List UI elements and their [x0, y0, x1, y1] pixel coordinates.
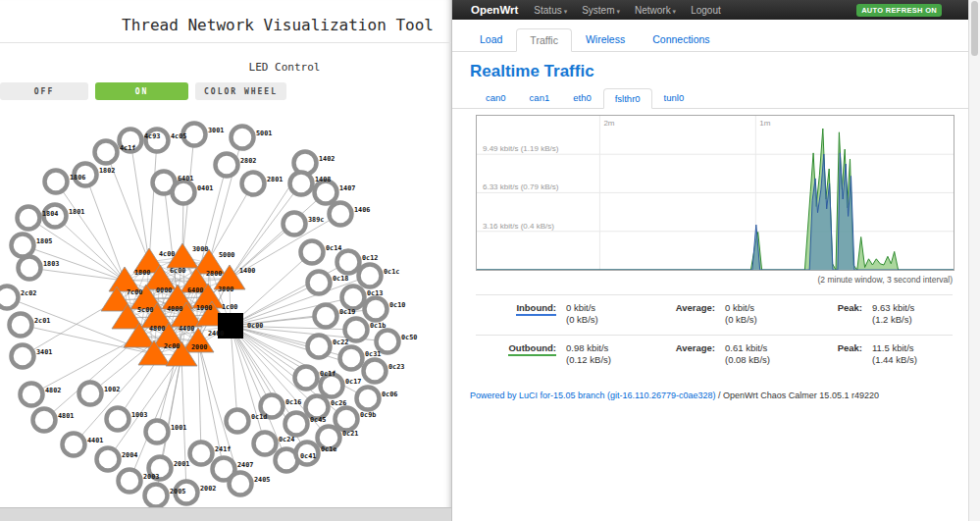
- child-label: 0c9b: [360, 411, 376, 419]
- child-label: 2001: [174, 460, 189, 468]
- child-label: 1805: [36, 237, 52, 245]
- child-node[interactable]: [107, 408, 129, 431]
- outbound-average-label: Average:: [664, 342, 725, 367]
- child-node[interactable]: [63, 434, 85, 456]
- child-node[interactable]: [97, 448, 120, 471]
- child-node[interactable]: [340, 347, 363, 370]
- footer-text: / OpenWrt Chaos Calmer 15.05.1 r49220: [716, 391, 879, 400]
- child-label: 0c50: [401, 334, 417, 341]
- page-heading: Realtime Traffic: [470, 62, 969, 81]
- tab-load[interactable]: Load: [466, 27, 516, 51]
- router-label: 2c00: [164, 342, 180, 350]
- iface-tab-fslthr0[interactable]: fslthr0: [603, 88, 652, 109]
- y-tick-label: 6.33 kbit/s (0.79 kB/s): [483, 182, 559, 191]
- child-node[interactable]: [79, 383, 102, 405]
- scrollbar-thumb[interactable]: [971, 1, 978, 56]
- mesh-link: [28, 218, 125, 281]
- child-node[interactable]: [227, 410, 249, 433]
- nav-item-status[interactable]: Status ▾: [534, 5, 567, 16]
- inbound-current: 0 kbit/s(0 kB/s): [566, 302, 664, 327]
- child-node[interactable]: [242, 173, 265, 195]
- child-node[interactable]: [337, 251, 360, 274]
- child-node[interactable]: [254, 433, 277, 455]
- child-node[interactable]: [33, 409, 56, 432]
- child-node[interactable]: [12, 345, 34, 368]
- tab-connections[interactable]: Connections: [639, 27, 723, 51]
- router-label: 2000: [191, 343, 207, 351]
- child-node[interactable]: [285, 413, 308, 436]
- traffic-graph-container: 2m1m9.49 kbit/s (1.19 kB/s)6.33 kbit/s (…: [476, 115, 953, 285]
- tab-traffic[interactable]: Traffic: [516, 28, 572, 52]
- thread-visualization-panel: 4c003000500018006c00280014007c0000006400…: [0, 0, 452, 521]
- child-label: 0c1f: [320, 370, 335, 378]
- child-node[interactable]: [284, 213, 306, 235]
- outbound-peak: 11.5 kbit/s(1.44 kB/s): [872, 342, 953, 367]
- child-node[interactable]: [315, 305, 337, 328]
- nav-item-system[interactable]: System ▾: [582, 5, 620, 16]
- child-node[interactable]: [119, 470, 141, 493]
- nav-item-logout[interactable]: Logout: [691, 5, 721, 16]
- child-label: 2003: [143, 473, 159, 481]
- divider: [0, 42, 451, 43]
- inbound-peak: 9.63 kbit/s(1.2 kB/s): [872, 302, 953, 327]
- chevron-down-icon: ▾: [671, 8, 676, 15]
- luci-version-link[interactable]: Powered by LuCI for-15.05 branch (git-16…: [470, 391, 716, 400]
- iface-tab-tunl0[interactable]: tunl0: [652, 87, 696, 108]
- chart-caption: (2 minute window, 3 second interval): [476, 275, 953, 285]
- scrollbar[interactable]: [968, 0, 980, 521]
- child-node[interactable]: [146, 421, 169, 443]
- child-node[interactable]: [335, 408, 358, 431]
- child-node[interactable]: [216, 154, 238, 177]
- child-node[interactable]: [315, 182, 337, 204]
- led-on-button[interactable]: ON: [95, 82, 188, 100]
- led-color-wheel-button[interactable]: COLOR WHEEL: [195, 82, 286, 100]
- router-label: 6400: [187, 287, 203, 294]
- child-node[interactable]: [173, 182, 195, 204]
- iface-tab-can0[interactable]: can0: [474, 87, 518, 108]
- child-node[interactable]: [95, 141, 118, 164]
- child-node[interactable]: [357, 388, 380, 410]
- auto-refresh-badge[interactable]: AUTO REFRESH ON: [856, 4, 942, 17]
- child-node[interactable]: [21, 384, 43, 406]
- child-node[interactable]: [365, 298, 387, 321]
- child-label: 1408: [315, 176, 331, 183]
- outbound-peak-label: Peak:: [828, 342, 872, 367]
- outbound-label: Outbound:: [508, 342, 556, 356]
- child-node[interactable]: [10, 314, 32, 337]
- child-node[interactable]: [145, 485, 168, 507]
- inbound-line: [477, 153, 954, 270]
- child-label: 389c: [308, 216, 324, 224]
- child-node[interactable]: [308, 272, 331, 294]
- child-node[interactable]: [295, 367, 318, 390]
- nav-item-network[interactable]: Network ▾: [635, 5, 676, 16]
- child-label: 0c22: [333, 339, 348, 346]
- child-label: 4c1f: [120, 144, 135, 152]
- child-node[interactable]: [45, 171, 68, 193]
- child-node[interactable]: [232, 127, 254, 149]
- iface-tab-can1[interactable]: can1: [518, 87, 562, 108]
- child-node[interactable]: [190, 443, 213, 465]
- child-node[interactable]: [230, 473, 252, 495]
- child-node[interactable]: [290, 173, 313, 195]
- child-node[interactable]: [18, 207, 40, 230]
- child-node[interactable]: [342, 287, 365, 309]
- led-off-button[interactable]: OFF: [0, 82, 88, 100]
- child-node[interactable]: [308, 336, 331, 358]
- child-node[interactable]: [301, 241, 324, 264]
- child-label: 2c01: [34, 317, 50, 325]
- child-label: 0c17: [345, 378, 361, 386]
- tab-wireless[interactable]: Wireless: [572, 27, 639, 51]
- router-label: 5c00: [137, 306, 153, 314]
- child-node[interactable]: [364, 360, 387, 383]
- inbound-area: [477, 153, 954, 270]
- child-node[interactable]: [12, 234, 34, 257]
- child-node[interactable]: [359, 265, 382, 287]
- router-label: 7c00: [127, 288, 142, 296]
- network-graph: 4c003000500018006c00280014007c0000006400…: [0, 0, 451, 521]
- router-label: 4c00: [159, 250, 175, 258]
- child-label: 2005: [170, 488, 185, 495]
- child-node[interactable]: [330, 203, 352, 226]
- child-node[interactable]: [0, 287, 19, 309]
- iface-tab-eth0[interactable]: eth0: [561, 87, 603, 108]
- child-node[interactable]: [19, 257, 41, 280]
